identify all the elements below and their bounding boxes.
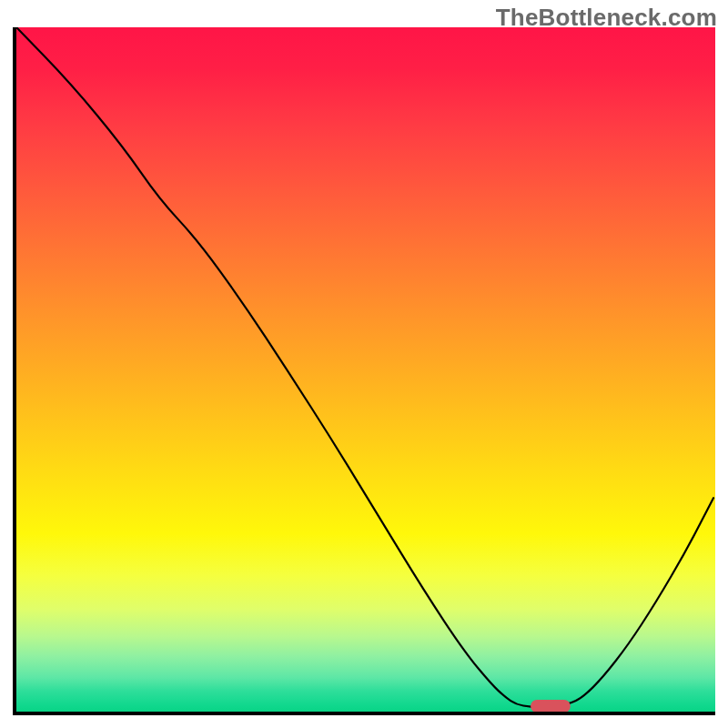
chart-container: TheBottleneck.com <box>0 0 728 728</box>
chart-svg <box>16 27 715 712</box>
watermark-text: TheBottleneck.com <box>496 4 717 32</box>
plot-area <box>13 27 715 715</box>
data-curve <box>16 27 713 707</box>
highlight-marker <box>531 700 571 713</box>
